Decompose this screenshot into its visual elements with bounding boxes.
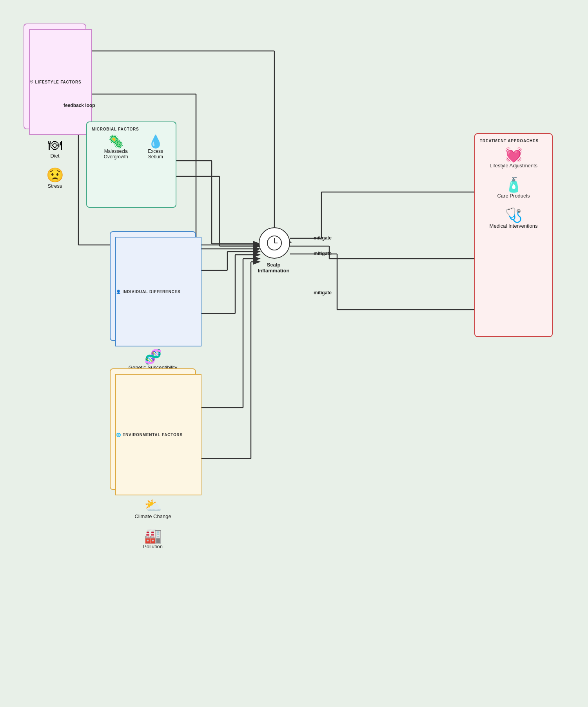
- malassezia-item: 🦠 Malassezia Overgrowth: [92, 135, 140, 165]
- diagram-container: ♡ LIFESTYLE FACTORS 🍽 Diet 😟 Stress feed…: [0, 0, 588, 707]
- globe-icon: 🌐: [116, 433, 121, 437]
- malassezia-icon: 🦠: [108, 135, 124, 148]
- env-box: 🌐 ENVIRONMENTAL FACTORS ⛅ Climate Change…: [110, 368, 196, 490]
- medical-icon: 🩺: [505, 208, 523, 222]
- mitigate-label-2: mitigate: [314, 251, 332, 256]
- genetic-icon: 🧬: [144, 350, 162, 364]
- climate-icon: ⛅: [144, 499, 162, 513]
- heart-icon: ♡: [30, 80, 34, 84]
- diet-item: 🍽 Diet: [29, 138, 81, 164]
- center-node: [259, 227, 290, 259]
- climate-item: ⛅ Climate Change: [115, 499, 191, 525]
- lifestyle-adj-item: 💓 Lifestyle Adjustments: [480, 148, 547, 174]
- microbial-box-title: MICROBIAL FACTORS: [92, 127, 171, 131]
- individual-box-title: 👤 INDIVIDUAL DIFFERENCES: [115, 237, 201, 346]
- stress-icon: 😟: [46, 168, 64, 182]
- pollution-icon: 🏭: [144, 529, 162, 543]
- lifestyle-box-title: ♡ LIFESTYLE FACTORS: [29, 29, 92, 135]
- env-box-title: 🌐 ENVIRONMENTAL FACTORS: [115, 374, 201, 495]
- sebum-item: 💧 Excess Sebum: [140, 135, 171, 165]
- pollution-item: 🏭 Pollution: [115, 529, 191, 555]
- medical-item: 🩺 Medical Interventions: [480, 208, 547, 234]
- care-products-icon: 🧴: [505, 178, 523, 192]
- treatment-box-title: TREATMENT APPROACHES: [480, 139, 547, 143]
- center-node-label: Scalp Inflammation: [254, 262, 293, 274]
- lifestyle-box: ♡ LIFESTYLE FACTORS 🍽 Diet 😟 Stress: [24, 24, 86, 129]
- mitigate-label-3: mitigate: [314, 290, 332, 295]
- microbial-box: MICROBIAL FACTORS 🦠 Malassezia Overgrowt…: [86, 121, 176, 208]
- diet-icon: 🍽: [48, 138, 62, 152]
- stress-item: 😟 Stress: [29, 168, 81, 194]
- treatment-box: TREATMENT APPROACHES 💓 Lifestyle Adjustm…: [474, 133, 553, 337]
- lifestyle-adj-icon: 💓: [505, 148, 523, 162]
- feedback-loop-label: feedback loop: [64, 103, 95, 108]
- individual-box: 👤 INDIVIDUAL DIFFERENCES 🧬 Genetic Susce…: [110, 231, 196, 341]
- sebum-icon: 💧: [148, 135, 163, 148]
- person-icon: 👤: [116, 290, 121, 294]
- mitigate-label-1: mitigate: [314, 235, 332, 241]
- clock-icon: [267, 235, 282, 251]
- care-products-item: 🧴 Care Products: [480, 178, 547, 204]
